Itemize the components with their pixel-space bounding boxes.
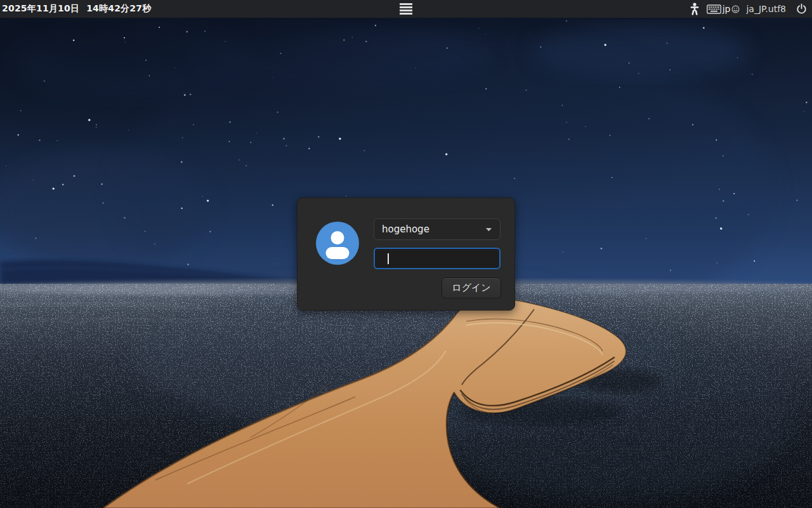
hamburger-icon xyxy=(400,3,412,15)
accessibility-icon xyxy=(690,3,700,15)
panel-indicators: jp ja_JP.utf8 xyxy=(690,0,808,18)
login-dialog: hogehoge ログイン xyxy=(297,197,515,311)
login-button-label: ログイン xyxy=(452,282,490,294)
keyboard-layout-indicator[interactable]: jp xyxy=(707,4,740,14)
clock-time: 14時42分27秒 xyxy=(86,3,151,15)
smiley-icon xyxy=(731,5,740,13)
power-icon xyxy=(796,3,807,15)
login-button[interactable]: ログイン xyxy=(442,277,501,298)
power-menu-button[interactable] xyxy=(796,0,807,18)
text-caret xyxy=(388,253,389,264)
user-select-dropdown[interactable]: hogehoge xyxy=(374,218,501,240)
chevron-down-icon xyxy=(485,227,492,232)
password-input[interactable] xyxy=(374,248,501,269)
keyboard-icon xyxy=(707,4,721,14)
panel-clock: 2025年11月10日 14時42分27秒 xyxy=(2,0,151,18)
accessibility-menu[interactable] xyxy=(690,0,700,18)
top-panel: 2025年11月10日 14時42分27秒 xyxy=(0,0,812,18)
login-screen: 2025年11月10日 14時42分27秒 xyxy=(0,0,812,508)
keyboard-layout-label: jp xyxy=(723,4,731,14)
session-menu-button[interactable] xyxy=(396,0,416,18)
selected-username: hogehoge xyxy=(382,224,485,235)
user-avatar-icon xyxy=(316,222,359,265)
clock-date: 2025年11月10日 xyxy=(2,3,79,15)
locale-indicator[interactable]: ja_JP.utf8 xyxy=(746,4,786,14)
